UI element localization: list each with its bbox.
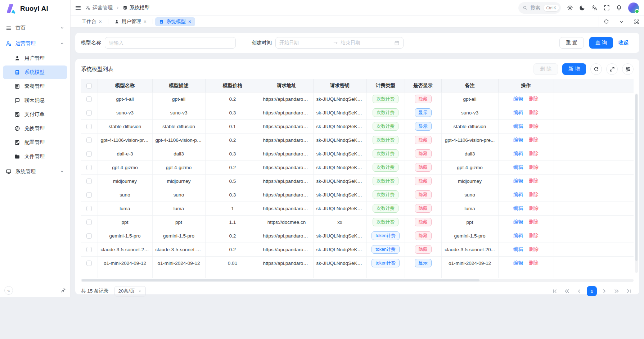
next-button[interactable] [600,286,609,296]
delete-link[interactable]: 删除 [529,233,539,238]
double-prev-button[interactable] [562,286,572,296]
delete-link[interactable]: 删除 [529,205,539,211]
delete-link[interactable]: 删除 [529,192,539,197]
sidebar-item[interactable]: 配置管理 [3,136,67,149]
row-checkbox[interactable] [86,96,92,102]
bell-icon[interactable] [616,5,622,11]
edit-link[interactable]: 编辑 [513,233,523,238]
edit-link[interactable]: 编辑 [513,137,523,143]
edit-link[interactable]: 编辑 [513,110,523,115]
row-checkbox[interactable] [86,178,92,184]
visibility-badge: 显示 [415,108,432,117]
delete-link[interactable]: 删除 [529,247,539,252]
sidebar-item[interactable]: 套餐管理 [3,80,67,93]
edit-link[interactable]: 编辑 [513,260,523,266]
moon-icon[interactable] [579,5,585,11]
row-checkbox[interactable] [86,110,92,116]
sidebar-item[interactable]: 文件管理 [3,150,67,163]
sidebar-item[interactable]: 聊天消息 [3,94,67,107]
delete-link[interactable]: 删除 [529,151,539,156]
delete-link[interactable]: 删除 [529,178,539,184]
cell-filler [554,188,634,202]
edit-link[interactable]: 编辑 [513,96,523,101]
sidebar-group[interactable]: 首页 [0,20,70,36]
refresh-icon[interactable] [599,16,614,27]
tab-item[interactable]: 用户管理× [111,17,150,26]
row-checkbox[interactable] [86,261,92,266]
edit-link[interactable]: 编辑 [513,247,523,252]
breadcrumb-item[interactable]: 运营管理 [86,5,113,11]
breadcrumb-item[interactable]: 系统模型 [123,5,150,11]
batch-delete-button[interactable]: 删 除 [533,63,558,75]
current-page[interactable]: 1 [587,286,597,296]
fullscreen-icon[interactable] [604,5,610,11]
row-checkbox[interactable] [86,124,92,129]
tab-active[interactable]: 系统模型× [155,17,195,26]
delete-link[interactable]: 删除 [529,110,539,115]
row-checkbox[interactable] [86,206,92,211]
row-checkbox[interactable] [86,220,92,225]
horizontal-scrollbar[interactable] [81,279,634,282]
model-name-input[interactable] [105,37,236,49]
cell-model-price: 0.2 [205,92,260,106]
delete-link[interactable]: 删除 [529,137,539,143]
collapse-filter-link[interactable]: 收起 [618,40,634,46]
row-checkbox[interactable] [86,151,92,157]
delete-link[interactable]: 删除 [529,260,539,266]
column-header: 请求地址 [260,79,313,92]
tab-close-icon[interactable]: × [99,19,102,24]
delete-link[interactable]: 删除 [529,164,539,170]
sidebar-item[interactable]: 支付订单 [3,108,67,121]
row-checkbox[interactable] [86,233,92,239]
expand-button[interactable] [606,63,618,75]
row-checkbox[interactable] [86,247,92,252]
query-button[interactable]: 查 询 [589,37,613,49]
last-page-button[interactable] [624,286,634,296]
global-search[interactable]: 搜索 Ctrl K [518,2,561,14]
edit-link[interactable]: 编辑 [513,219,523,225]
model-name-label: 模型名称 [81,40,101,46]
visibility-badge: 隐藏 [415,95,432,103]
edit-link[interactable]: 编辑 [513,205,523,211]
date-range-picker[interactable]: 开始日期 结束日期 [275,37,404,49]
tab-close-icon[interactable]: × [188,19,191,24]
chevron-down-icon[interactable] [614,16,629,27]
delete-link[interactable]: 删除 [529,219,539,225]
translate-icon[interactable] [591,5,598,11]
sidebar-item[interactable]: 兑换管理 [3,122,67,135]
prev-button[interactable] [575,286,584,296]
double-next-button[interactable] [612,286,621,296]
sidebar-group[interactable]: 系统管理 [0,164,70,179]
add-button[interactable]: 新 增 [562,63,586,75]
first-page-button[interactable] [550,286,559,296]
edit-link[interactable]: 编辑 [513,178,523,184]
edit-link[interactable]: 编辑 [513,123,523,129]
screen-icon[interactable] [629,16,644,27]
reset-button[interactable]: 重 置 [559,37,584,49]
vertical-scrollbar[interactable] [635,94,638,273]
delete-link[interactable]: 删除 [529,123,539,129]
sidebar-item[interactable]: 用户管理 [3,51,67,65]
tab-close-icon[interactable]: × [144,19,147,24]
sidebar-collapse-button[interactable]: « [4,286,13,295]
select-all-checkbox[interactable] [86,83,92,89]
grid-button[interactable] [622,63,634,75]
refresh-button[interactable] [590,63,602,75]
row-checkbox[interactable] [86,192,92,198]
delete-link[interactable]: 删除 [529,96,539,101]
logo[interactable]: Ruoyi AI [0,0,70,17]
row-checkbox[interactable] [86,137,92,143]
edit-link[interactable]: 编辑 [513,151,523,156]
settings-icon[interactable] [567,5,573,11]
pin-icon[interactable] [60,288,66,293]
avatar[interactable] [628,3,639,13]
cell-actions: 编辑删除 [498,256,554,270]
page-size-select[interactable]: 20条/页 [114,286,146,297]
tab-item[interactable]: 工作台× [78,17,106,26]
edit-link[interactable]: 编辑 [513,164,523,170]
hamburger-menu-icon[interactable] [75,5,81,11]
sidebar-group[interactable]: 运营管理 [0,36,70,51]
row-checkbox[interactable] [86,165,92,170]
edit-link[interactable]: 编辑 [513,192,523,197]
sidebar-item[interactable]: 系统模型 [3,65,67,79]
